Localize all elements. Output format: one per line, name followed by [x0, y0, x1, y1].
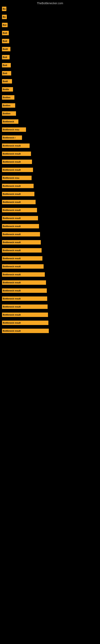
bar-row: Bottleneck result: [2, 320, 98, 326]
bar-row: Bottleneck result: [2, 272, 98, 277]
bar-row: Bottle: [2, 86, 98, 92]
bar-row: Bo: [2, 6, 98, 12]
bar-row: Bottleneck result: [2, 232, 98, 237]
bar-item: Bo: [2, 15, 7, 19]
bar-row: Bottleneck resu: [2, 127, 98, 132]
bar-row: Bottlen: [2, 111, 98, 116]
bar-label: Bottleneck result: [3, 185, 21, 187]
bar-label: Bottl: [3, 80, 8, 82]
bar-label: Bo: [3, 16, 6, 18]
bar-item: Bott: [2, 31, 9, 35]
bar-item: Bott: [2, 55, 10, 59]
bar-label: Bottleneck result: [3, 330, 21, 332]
bar-row: Bottleneck result: [2, 312, 98, 318]
bar-item: Bottleneck resu: [2, 128, 26, 132]
bar-item: Bo: [2, 7, 6, 11]
bar-item: Bottleneck resu: [2, 176, 32, 180]
bar-label: Bottleneck result: [3, 265, 21, 268]
bar-item: Bottleneck result: [2, 329, 49, 333]
bar-label: Bottleneck result: [3, 225, 21, 228]
bar-row: Bottleneck result: [2, 296, 98, 302]
bar-label: Bottleneck result: [3, 257, 21, 260]
bar-label: Bot: [3, 24, 6, 26]
bar-row: Bottleneck result: [2, 151, 98, 156]
bar-item: Bottleneck result: [2, 144, 30, 148]
bar-row: Bottlen: [2, 94, 98, 100]
bar-row: Bottleneck result: [2, 183, 98, 189]
bar-row: Bottleneck result: [2, 191, 98, 197]
bar-label: Bottlen: [3, 104, 10, 107]
bar-label: Bottleneck result: [3, 144, 21, 147]
bar-row: Bott: [2, 30, 98, 36]
bar-label: Bottleneck result: [3, 152, 21, 155]
bar-item: Bottleneck result: [2, 296, 47, 301]
bar-item: Bottleneck result: [2, 224, 39, 228]
bar-label: Bottleneck r: [3, 136, 16, 139]
bar-row: Bottleneck result: [2, 143, 98, 148]
bar-label: Bott: [3, 72, 7, 74]
bar-item: Bottleneck result: [2, 152, 31, 156]
bar-label: Bottleneck result: [3, 160, 21, 163]
bar-row: Bottleneck: [2, 119, 98, 124]
bar-row: Bo: [2, 14, 98, 20]
bar-row: Bott: [2, 62, 98, 68]
bar-label: Bottleneck resu: [3, 128, 19, 131]
bar-item: Bott: [2, 63, 11, 68]
bar-item: Bottleneck: [2, 119, 18, 124]
bar-label: Bottleneck result: [3, 273, 21, 276]
bar-item: Bott: [2, 71, 11, 76]
bar-item: Bottleneck result: [2, 240, 41, 244]
bar-row: Bottleneck result: [2, 207, 98, 213]
bar-item: Bottl: [2, 47, 10, 51]
bar-row: Bottleneck result: [2, 167, 98, 173]
bar-row: Bott: [2, 70, 98, 76]
bar-item: Bottleneck result: [2, 192, 34, 196]
site-title: TheBottlenecker.com: [0, 0, 100, 6]
bar-row: Bottleneck result: [2, 240, 98, 245]
bar-item: Bottleneck result: [2, 232, 40, 236]
bar-row: Bottlen: [2, 103, 98, 108]
bar-row: Bottleneck result: [2, 159, 98, 164]
bar-item: Bottleneck result: [2, 320, 49, 325]
bar-row: Bottleneck result: [2, 328, 98, 334]
bar-row: Bottleneck result: [2, 280, 98, 285]
bar-label: Bottlen: [3, 96, 10, 98]
bar-item: Bot: [2, 23, 8, 27]
bar-item: Bottleneck result: [2, 264, 44, 269]
bar-row: Bott: [2, 38, 98, 44]
bar-label: Bottleneck result: [3, 298, 21, 300]
bar-label: Bottleneck result: [3, 193, 21, 195]
bar-row: Bottleneck result: [2, 304, 98, 310]
bar-row: Bottl: [2, 46, 98, 52]
bar-row: Bot: [2, 22, 98, 28]
bar-row: Bottl: [2, 78, 98, 84]
bar-label: Bott: [3, 64, 7, 66]
bar-row: Bott: [2, 54, 98, 60]
bar-item: Bottleneck result: [2, 208, 37, 212]
bar-label: Bo: [3, 8, 6, 10]
bar-label: Bott: [3, 56, 7, 58]
bar-label: Bottleneck result: [3, 201, 21, 203]
bar-item: Bottlen: [2, 103, 15, 108]
bar-label: Bottleneck: [3, 120, 14, 123]
bar-item: Bottleneck result: [2, 272, 45, 277]
bar-item: Bottleneck result: [2, 184, 34, 188]
bar-item: Bottleneck result: [2, 312, 48, 317]
bar-row: Bottleneck result: [2, 288, 98, 294]
bar-row: Bottleneck result: [2, 264, 98, 269]
bar-row: Bottleneck result: [2, 248, 98, 253]
bar-label: Bottlen: [3, 112, 10, 115]
bar-label: Bottleneck resu: [3, 177, 19, 179]
bar-row: Bottleneck result: [2, 199, 98, 205]
bar-item: Bottleneck result: [2, 288, 47, 293]
bar-item: Bottlen: [2, 95, 14, 100]
bar-item: Bottleneck result: [2, 256, 42, 260]
bars-container: BoBoBotBottBottBottlBottBottBottBottlBot…: [0, 6, 100, 336]
bar-label: Bottleneck result: [3, 209, 21, 211]
bar-label: Bottleneck result: [3, 290, 21, 292]
bar-label: Bottleneck result: [3, 281, 21, 284]
bar-row: Bottleneck result: [2, 215, 98, 221]
bar-label: Bottleneck result: [3, 241, 21, 244]
bar-label: Bottleneck result: [3, 249, 21, 252]
bar-item: Bottleneck result: [2, 200, 36, 204]
